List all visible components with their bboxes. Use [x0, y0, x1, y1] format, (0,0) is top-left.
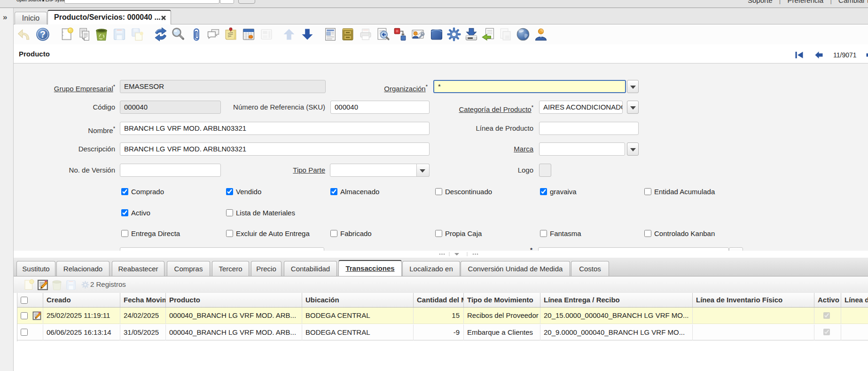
svg-text:?: ? [40, 30, 46, 39]
